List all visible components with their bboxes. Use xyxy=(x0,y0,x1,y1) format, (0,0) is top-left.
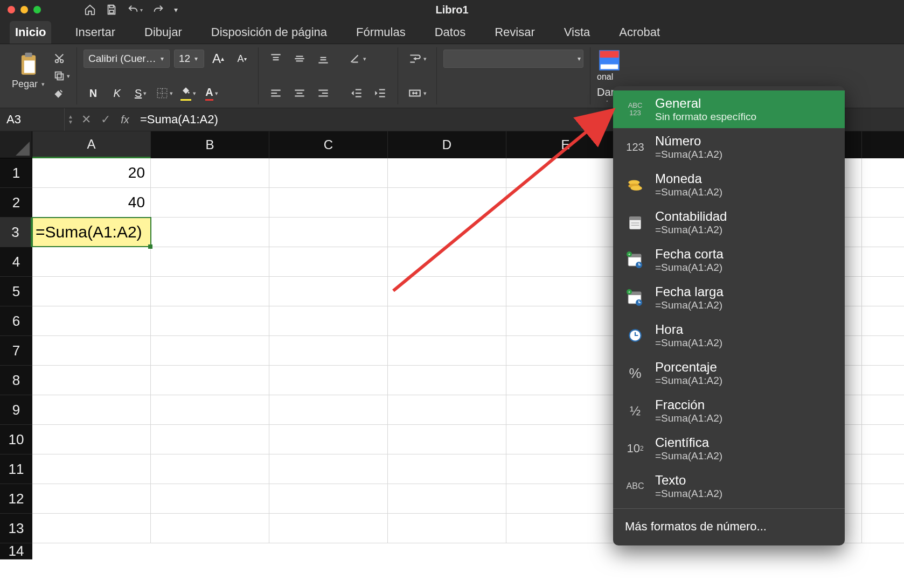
row-header-11[interactable]: 11 xyxy=(0,454,32,484)
cut-button[interactable] xyxy=(53,53,70,65)
more-number-formats[interactable]: Más formatos de número... xyxy=(613,512,845,541)
cell-A13[interactable] xyxy=(32,514,151,543)
italic-button[interactable]: K xyxy=(107,84,127,102)
cell-B1[interactable] xyxy=(151,158,269,187)
cell-A6[interactable] xyxy=(32,306,151,335)
column-header-A[interactable]: A xyxy=(32,131,151,158)
format-option-general[interactable]: ABC123 General Sin formato específico xyxy=(613,90,845,128)
tab-formulas[interactable]: Fórmulas xyxy=(351,21,411,44)
row-header-13[interactable]: 13 xyxy=(0,514,32,543)
tab-vista[interactable]: Vista xyxy=(559,21,596,44)
cell-E1[interactable] xyxy=(506,158,625,187)
row-header-2[interactable]: 2 xyxy=(0,188,32,218)
undo-button[interactable]: ▾ xyxy=(127,4,143,16)
save-icon[interactable] xyxy=(106,4,117,16)
number-format-combo[interactable]: ▾ xyxy=(443,50,583,68)
row-header-10[interactable]: 10 xyxy=(0,425,32,454)
tab-disposicion[interactable]: Disposición de página xyxy=(206,21,332,44)
customize-qat-button[interactable]: ▾ xyxy=(174,5,178,14)
name-box[interactable]: A3 xyxy=(0,108,65,131)
cell-A8[interactable] xyxy=(32,366,151,395)
chevron-down-icon[interactable]: ▾ xyxy=(140,7,143,13)
format-option-fecha-corta[interactable]: + Fecha corta =Suma(A1:A2) xyxy=(613,241,845,279)
format-option-moneda[interactable]: Moneda =Suma(A1:A2) xyxy=(613,166,845,204)
cell-D1[interactable] xyxy=(388,158,506,187)
cell-D3[interactable] xyxy=(388,218,506,247)
cell-C2[interactable] xyxy=(269,188,388,217)
tab-revisar[interactable]: Revisar xyxy=(489,21,540,44)
cell-A10[interactable] xyxy=(32,425,151,454)
increase-indent-button[interactable] xyxy=(370,84,391,102)
cell-A3[interactable]: =Suma(A1:A2) xyxy=(32,218,151,247)
conditional-format-button[interactable]: onal xyxy=(597,50,622,82)
row-header-8[interactable]: 8 xyxy=(0,366,32,395)
decrease-font-button[interactable]: A▾ xyxy=(232,50,252,68)
cell-A11[interactable] xyxy=(32,454,151,484)
row-header-1[interactable]: 1 xyxy=(0,158,32,188)
zoom-window-button[interactable] xyxy=(33,6,41,13)
tab-dibujar[interactable]: Dibujar xyxy=(139,21,187,44)
select-all-corner[interactable] xyxy=(0,131,32,158)
format-painter-button[interactable] xyxy=(53,87,70,99)
tab-acrobat[interactable]: Acrobat xyxy=(614,21,665,44)
cancel-formula-button[interactable]: ✕ xyxy=(77,113,96,127)
bold-button[interactable]: N xyxy=(84,84,103,102)
paste-button[interactable]: Pegar ▾ xyxy=(9,50,48,102)
format-option-numero[interactable]: 123 Número =Suma(A1:A2) xyxy=(613,128,845,166)
column-header-B[interactable]: B xyxy=(151,131,269,158)
tab-datos[interactable]: Datos xyxy=(429,21,471,44)
row-header-9[interactable]: 9 xyxy=(0,395,32,425)
cell-E2[interactable] xyxy=(506,188,625,217)
align-top-button[interactable] xyxy=(265,50,287,68)
row-header-14[interactable]: 14 xyxy=(0,543,32,559)
merge-center-button[interactable]: ▾ xyxy=(405,84,430,102)
chevron-down-icon[interactable]: ▾ xyxy=(41,81,45,88)
redo-button[interactable] xyxy=(152,4,164,16)
font-name-combo[interactable]: Calibri (Cuer…▾ xyxy=(84,50,170,68)
fill-color-button[interactable]: ▾ xyxy=(178,84,198,102)
cell-A9[interactable] xyxy=(32,395,151,424)
fx-button[interactable]: fx xyxy=(115,114,135,126)
format-option-contabilidad[interactable]: Contabilidad =Suma(A1:A2) xyxy=(613,204,845,241)
cell-D2[interactable] xyxy=(388,188,506,217)
accept-formula-button[interactable]: ✓ xyxy=(96,113,115,127)
chevron-down-icon[interactable]: ▾ xyxy=(67,73,70,80)
cell-A7[interactable] xyxy=(32,336,151,365)
align-right-button[interactable] xyxy=(312,84,334,102)
tab-inicio[interactable]: Inicio xyxy=(10,21,51,44)
format-option-texto[interactable]: ABC Texto =Suma(A1:A2) xyxy=(613,467,845,505)
row-header-5[interactable]: 5 xyxy=(0,277,32,306)
cell-B3[interactable] xyxy=(151,218,269,247)
format-option-fecha-larga[interactable]: + Fecha larga =Suma(A1:A2) xyxy=(613,279,845,317)
format-option-cientifica[interactable]: 102 Científica =Suma(A1:A2) xyxy=(613,430,845,467)
decrease-indent-button[interactable] xyxy=(346,84,367,102)
column-header-D[interactable]: D xyxy=(388,131,506,158)
home-icon[interactable] xyxy=(84,4,96,16)
format-option-fraccion[interactable]: ½ Fracción =Suma(A1:A2) xyxy=(613,392,845,430)
cell-C1[interactable] xyxy=(269,158,388,187)
font-color-button[interactable]: A▾ xyxy=(202,84,221,102)
row-header-7[interactable]: 7 xyxy=(0,336,32,366)
wrap-text-button[interactable]: ▾ xyxy=(405,50,430,68)
cell-C3[interactable] xyxy=(269,218,388,247)
tab-insertar[interactable]: Insertar xyxy=(69,21,121,44)
cell-A12[interactable] xyxy=(32,484,151,513)
increase-font-button[interactable]: A▴ xyxy=(208,50,228,68)
cell-A2[interactable]: 40 xyxy=(32,188,151,217)
row-header-3[interactable]: 3 xyxy=(0,218,32,247)
cell-A4[interactable] xyxy=(32,247,151,276)
cell-A1[interactable]: 20 xyxy=(32,158,151,187)
row-header-12[interactable]: 12 xyxy=(0,484,32,514)
column-header-E[interactable]: E xyxy=(506,131,625,158)
namebox-stepper[interactable]: ▲▼ xyxy=(65,114,77,125)
copy-button[interactable]: ▾ xyxy=(53,70,70,82)
align-middle-button[interactable] xyxy=(289,50,310,68)
orientation-button[interactable]: ▾ xyxy=(346,50,367,68)
font-size-combo[interactable]: 12▾ xyxy=(174,50,204,68)
format-option-porcentaje[interactable]: % Porcentaje =Suma(A1:A2) xyxy=(613,354,845,392)
cell-E3[interactable] xyxy=(506,218,625,247)
row-header-6[interactable]: 6 xyxy=(0,306,32,336)
borders-button[interactable]: ▾ xyxy=(155,84,174,102)
align-center-button[interactable] xyxy=(289,84,310,102)
row-header-4[interactable]: 4 xyxy=(0,247,32,277)
